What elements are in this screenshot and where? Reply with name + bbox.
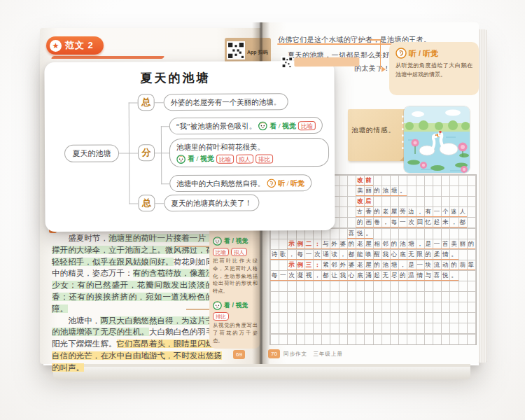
grid-cell: 一 bbox=[433, 239, 441, 249]
page-stack-right bbox=[478, 29, 487, 363]
grid-cell: 的 bbox=[398, 270, 407, 281]
grid-cell: 次 bbox=[407, 217, 415, 227]
grid-cell: 卷 bbox=[373, 217, 382, 227]
grid-cell: 回 bbox=[416, 217, 424, 227]
face-eye-icon bbox=[176, 155, 186, 164]
grid-cell: 古 bbox=[356, 206, 364, 217]
grid-cell: 涌 bbox=[364, 270, 372, 281]
book-photo: ★ 范文 2 App 扫码 盛夏时节，池塘里的荷叶一片接着一片，像撑开的大绿伞，… bbox=[0, 0, 525, 420]
grid-cell: 邻 bbox=[382, 239, 390, 249]
listen-connector bbox=[380, 39, 382, 69]
grid-cell: 一 bbox=[398, 217, 407, 227]
grid-cell: 。 bbox=[449, 270, 458, 281]
ear-icon bbox=[396, 48, 407, 59]
grid-cell: 的 bbox=[373, 186, 382, 196]
grid-cell: 屋 bbox=[364, 260, 372, 270]
connector bbox=[161, 153, 169, 153]
grid-cell: 池 bbox=[398, 239, 407, 249]
grid-cell: 示 bbox=[287, 260, 295, 270]
grid-cell: 的 bbox=[347, 239, 356, 249]
grid-cell: 诵 bbox=[321, 249, 330, 260]
grid-cell: 都 bbox=[347, 249, 356, 260]
grid-cell: 是 bbox=[407, 260, 415, 270]
grid-cell: 。 bbox=[449, 249, 458, 260]
page-number-left: 69 bbox=[233, 350, 245, 359]
connector bbox=[129, 153, 138, 153]
qr-code-icon bbox=[227, 41, 245, 59]
grid-cell: ， bbox=[339, 249, 347, 260]
listen-connector-arrow bbox=[382, 66, 388, 72]
grid-cell: ， bbox=[467, 260, 475, 270]
grid-cell: 无 bbox=[382, 270, 390, 281]
grid-cell: ， bbox=[449, 217, 458, 227]
grid-cell: 美 bbox=[449, 239, 458, 249]
grid-cell: ： bbox=[313, 239, 321, 249]
grid-cell: 诗 bbox=[270, 249, 279, 260]
grid-cell: 每 bbox=[270, 270, 279, 281]
grid-cell: 底 bbox=[398, 249, 407, 260]
grid-cell: 悦 bbox=[441, 270, 449, 281]
grid-cell: 。 bbox=[398, 186, 407, 196]
sense-label: 看 / 视觉 bbox=[188, 153, 214, 164]
grid-cell: 旁 bbox=[398, 206, 407, 217]
grid-cell: 的 bbox=[449, 260, 458, 270]
pill-text: 池塘中的大白鹅悠然自得。 bbox=[176, 176, 265, 191]
mindmap-card: 夏天的池塘 夏天的池塘 总 分 总 外婆的老屋旁有一个美丽的池塘。 “我”被池塘… bbox=[44, 61, 335, 232]
grid-cell: 老 bbox=[382, 206, 390, 217]
swan-pond-illustration bbox=[404, 106, 470, 173]
grid-cell: 塘 bbox=[390, 186, 398, 196]
sense-label: 听 / 听觉 bbox=[409, 48, 438, 59]
grid-cell: 池 bbox=[382, 260, 390, 270]
branch-node-zong-1: 总 bbox=[138, 94, 155, 111]
grid-cell: 一 bbox=[304, 249, 313, 260]
listening-annotation-box: 听 / 听觉 从听觉的角度描绘了大白鹅在池塘中嬉戏的情景。 bbox=[389, 42, 479, 95]
grid-cell: 紧 bbox=[321, 260, 330, 270]
sticky-note-text: 池塘的情感。 bbox=[351, 126, 396, 135]
device-tag: 拟人 bbox=[236, 154, 253, 163]
grid-cell: 二 bbox=[304, 239, 313, 249]
grid-cell: 一 bbox=[433, 206, 441, 217]
grid-cell: 改 bbox=[356, 175, 364, 186]
annotation-body: 从听觉的角度描绘了大白鹅在池塘中嬉戏的情景。 bbox=[396, 62, 472, 79]
grid-cell: 都 bbox=[321, 270, 330, 281]
grid-cell: 边 bbox=[407, 206, 415, 217]
qr-banner-text bbox=[294, 57, 359, 66]
face-eye-icon bbox=[258, 121, 267, 130]
annotation-header: 看 / 视觉 bbox=[213, 237, 258, 246]
device-tags: 比喻拟人 bbox=[213, 248, 258, 256]
branch-node-zong-2: 总 bbox=[138, 195, 155, 211]
grid-cell: 每 bbox=[296, 249, 304, 260]
grid-cell: 与 bbox=[424, 270, 433, 281]
pill-text: 池塘里的荷叶和荷花很美。 bbox=[176, 141, 322, 153]
grid-cell: 块 bbox=[424, 260, 433, 270]
mindmap-title: 夏天的池塘 bbox=[58, 69, 292, 87]
annotation-header: 看 / 视觉 bbox=[213, 301, 258, 310]
grid-cell: 都 bbox=[458, 217, 467, 227]
grid-cell: 婆 bbox=[339, 239, 347, 249]
grid-cell: 情 bbox=[441, 249, 449, 260]
device-tag: 比喻 bbox=[216, 154, 234, 163]
grid-cell: 池 bbox=[382, 186, 390, 196]
book-title-footer: 同步作文 三年级上册 bbox=[284, 351, 343, 358]
annotation-body: 把荷叶比作大绿伞，又把荷叶人格化，生动形象地描绘出荷叶的形状和特点。 bbox=[213, 258, 258, 295]
grid-cell: 每 bbox=[390, 217, 398, 227]
grid-cell: 迷 bbox=[449, 206, 458, 217]
grid-cell: 的 bbox=[356, 217, 364, 227]
connector bbox=[161, 126, 169, 127]
grid-cell: 起 bbox=[433, 217, 441, 227]
mindmap-pill-2: “我”被池塘的景色吸引。 看 / 视觉 比喻 bbox=[169, 117, 323, 134]
grid-cell: 的 bbox=[467, 239, 475, 249]
device-tag: 比喻 bbox=[298, 121, 316, 130]
grid-cell: 美 bbox=[356, 186, 364, 196]
face-eye-icon bbox=[213, 237, 222, 246]
device-tag: 比喻 bbox=[213, 248, 229, 256]
grid-cell: 与 bbox=[321, 239, 330, 249]
device-tag: 拟人 bbox=[231, 248, 247, 256]
branch-node-fen: 分 bbox=[138, 144, 155, 161]
grid-cell: 塘 bbox=[390, 260, 398, 270]
grid-cell: 一 bbox=[416, 260, 424, 270]
grid-cell: 尽 bbox=[390, 270, 398, 281]
sense-label: 看 / 视觉 bbox=[224, 237, 248, 246]
grid-cell: 翡 bbox=[458, 260, 467, 270]
device-tag: 排比 bbox=[255, 154, 273, 163]
